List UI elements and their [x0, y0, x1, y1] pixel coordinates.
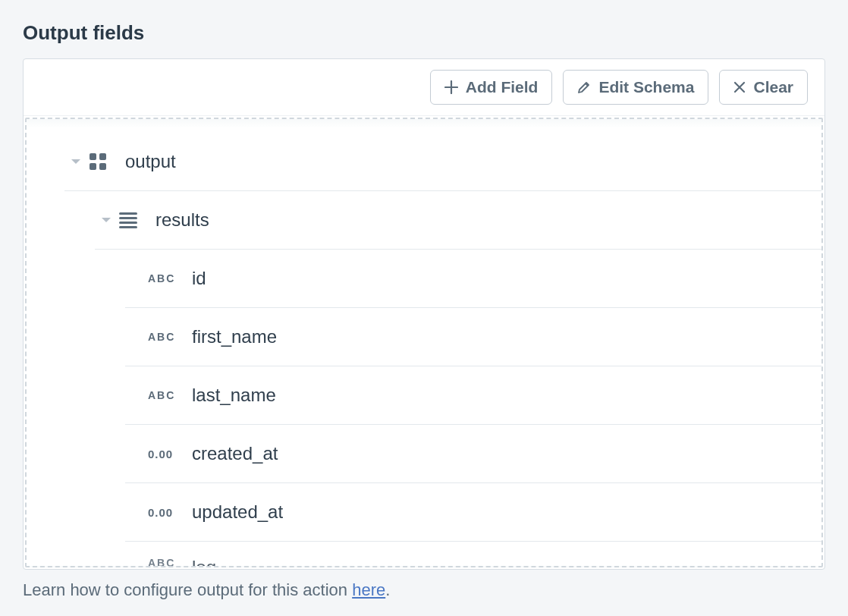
field-name: results [155, 209, 209, 231]
schema-row-output[interactable]: output [27, 133, 821, 191]
section-title: Output fields [23, 21, 825, 45]
field-name: output [125, 151, 176, 172]
svg-rect-5 [119, 217, 137, 219]
schema-row-field[interactable]: ABC last_name [27, 366, 821, 425]
schema-row-field[interactable]: 0.00 updated_at [27, 483, 821, 542]
object-icon [87, 151, 125, 172]
field-name: id [192, 268, 206, 289]
chevron-down-icon[interactable] [64, 158, 87, 165]
schema-area: output [25, 118, 823, 567]
pencil-icon [577, 80, 591, 94]
svg-rect-0 [90, 153, 96, 160]
type-string-icon: ABC [148, 272, 192, 284]
edit-schema-label: Edit Schema [598, 78, 694, 96]
svg-rect-6 [119, 222, 137, 224]
schema-row-field[interactable]: 0.00 created_at [27, 425, 821, 483]
svg-rect-4 [119, 212, 137, 215]
svg-rect-1 [99, 153, 106, 160]
list-icon [118, 211, 155, 229]
type-string-icon: ABC [148, 557, 192, 566]
close-icon [733, 81, 746, 93]
field-name: created_at [192, 443, 278, 464]
field-name: log [192, 557, 216, 566]
help-link[interactable]: here [352, 580, 385, 599]
plus-icon [444, 80, 458, 94]
type-string-icon: ABC [148, 389, 192, 401]
add-field-label: Add Field [466, 78, 539, 96]
field-name: first_name [192, 326, 277, 347]
caption-text: Learn how to configure output for this a… [23, 580, 352, 599]
help-caption: Learn how to configure output for this a… [23, 580, 825, 600]
svg-rect-7 [119, 226, 137, 228]
caption-after: . [385, 580, 390, 599]
toolbar: Add Field Edit Schema Clear [24, 59, 824, 116]
schema-row-field[interactable]: ABC id [27, 250, 821, 308]
schema-row-results[interactable]: results [27, 191, 821, 250]
type-string-icon: ABC [148, 331, 192, 343]
schema-row-field[interactable]: ABC first_name [27, 308, 821, 366]
clear-button[interactable]: Clear [719, 70, 808, 105]
chevron-down-icon[interactable] [95, 216, 118, 224]
schema-row-field[interactable]: ABC log [27, 542, 821, 566]
type-number-icon: 0.00 [148, 506, 192, 519]
field-name: last_name [192, 385, 276, 406]
output-fields-card: Add Field Edit Schema Clear [23, 58, 825, 570]
clear-label: Clear [753, 78, 793, 96]
svg-rect-2 [90, 163, 96, 170]
field-name: updated_at [192, 501, 283, 523]
add-field-button[interactable]: Add Field [430, 70, 553, 105]
type-number-icon: 0.00 [148, 448, 192, 460]
svg-rect-3 [99, 163, 106, 170]
edit-schema-button[interactable]: Edit Schema [563, 70, 708, 105]
